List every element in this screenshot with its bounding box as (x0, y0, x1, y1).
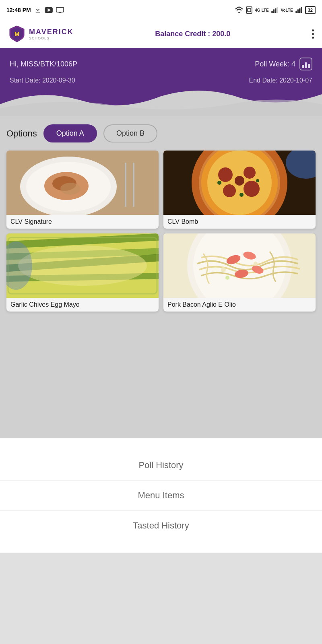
svg-rect-24 (125, 163, 126, 207)
food-image-3 (6, 233, 159, 298)
dot-2 (312, 33, 314, 35)
app-header: M MAVERICK SCHOOLS Balance Credit : 200.… (0, 20, 322, 48)
battery-indicator: 32 (305, 6, 316, 14)
svg-point-35 (217, 181, 221, 185)
date-row: Start Date: 2020-09-30 End Date: 2020-10… (10, 77, 312, 84)
dot-1 (312, 29, 314, 31)
svg-rect-11 (277, 7, 278, 13)
svg-point-57 (254, 262, 258, 266)
svg-rect-12 (295, 11, 297, 13)
signal-icon-1 (271, 7, 279, 13)
svg-rect-25 (133, 163, 134, 207)
wave-decoration (0, 84, 322, 116)
svg-point-34 (235, 176, 244, 186)
svg-point-46 (18, 246, 147, 286)
network-1: 4G LTE (255, 8, 268, 12)
more-options-button[interactable] (312, 29, 314, 39)
food-card-3[interactable]: Garlic Chives Egg Mayo (6, 233, 159, 312)
bottom-menu: Poll History Menu Items Tasted History (0, 438, 322, 553)
food-name-2: CLV Bomb (163, 215, 316, 229)
svg-rect-7 (248, 8, 251, 12)
svg-text:M: M (14, 31, 19, 37)
status-bar: 12:48 PM 4G LTE (0, 0, 322, 20)
svg-point-33 (244, 181, 260, 197)
food-image-4 (163, 233, 316, 298)
network-2: VoLTE (281, 8, 293, 12)
svg-rect-10 (275, 8, 277, 13)
download-icon (34, 6, 41, 14)
svg-point-36 (256, 179, 259, 182)
logo-area: M MAVERICK SCHOOLS (8, 25, 74, 43)
svg-rect-8 (271, 11, 273, 13)
svg-rect-14 (299, 8, 301, 13)
food-image-2 (163, 151, 316, 215)
chart-icon[interactable] (299, 58, 312, 70)
svg-point-37 (239, 193, 244, 197)
tasted-history-item[interactable]: Tasted History (0, 511, 322, 541)
maverick-logo: M (8, 25, 26, 43)
info-banner: Hi, MISS/BTK/1006P Poll Week: 4 Start Da… (0, 48, 322, 116)
options-row: Options Option A Option B (6, 124, 316, 142)
svg-rect-15 (301, 7, 302, 13)
option-b-button[interactable]: Option B (103, 124, 157, 142)
food-image-1 (6, 151, 159, 215)
svg-point-31 (244, 167, 256, 179)
time-display: 12:48 PM (6, 7, 31, 13)
options-label: Options (6, 128, 37, 139)
svg-point-56 (221, 267, 226, 272)
svg-point-32 (223, 184, 236, 197)
svg-point-51 (193, 233, 286, 298)
poll-week-text: Poll Week: 4 (255, 60, 295, 68)
svg-point-58 (225, 276, 229, 280)
status-right: 4G LTE VoLTE 32 (235, 6, 316, 14)
greeting-text: Hi, MISS/BTK/1006P (10, 60, 77, 68)
food-grid: CLV Signature (6, 151, 316, 312)
status-left: 12:48 PM (6, 6, 64, 14)
banner-top-row: Hi, MISS/BTK/1006P Poll Week: 4 (10, 58, 312, 70)
youtube-icon (45, 7, 53, 13)
wifi-icon (235, 6, 244, 14)
svg-rect-6 (246, 7, 252, 13)
bar-1 (302, 65, 304, 68)
food-card-1[interactable]: CLV Signature (6, 151, 159, 229)
menu-items-item[interactable]: Menu Items (0, 481, 322, 511)
bar-2 (305, 62, 307, 68)
content-area: Options Option A Option B (0, 116, 322, 438)
food-card-2[interactable]: CLV Bomb (163, 151, 316, 229)
end-date: End Date: 2020-10-07 (249, 77, 312, 84)
screen-icon (56, 7, 64, 13)
app-name: MAVERICK (29, 28, 74, 36)
logo-text-area: MAVERICK SCHOOLS (29, 28, 74, 40)
balance-credit: Balance Credit : 200.0 (155, 30, 230, 38)
poll-history-item[interactable]: Poll History (0, 450, 322, 481)
sim-icon (246, 6, 252, 14)
dot-3 (312, 37, 314, 39)
app-sub: SCHOOLS (29, 36, 74, 40)
poll-week-area: Poll Week: 4 (255, 58, 312, 70)
food-card-4[interactable]: Pork Bacon Aglio E Olio (163, 233, 316, 312)
food-name-4: Pork Bacon Aglio E Olio (163, 298, 316, 312)
svg-point-30 (218, 167, 233, 182)
svg-rect-2 (56, 7, 64, 12)
svg-point-23 (60, 183, 80, 195)
bar-3 (308, 64, 310, 68)
signal-icon-2 (295, 7, 303, 13)
option-a-button[interactable]: Option A (43, 124, 97, 142)
svg-rect-9 (273, 9, 275, 13)
food-name-1: CLV Signature (6, 215, 159, 229)
svg-point-5 (238, 12, 240, 14)
start-date: Start Date: 2020-09-30 (10, 77, 75, 84)
svg-rect-13 (297, 9, 299, 13)
food-name-3: Garlic Chives Egg Mayo (6, 298, 159, 312)
